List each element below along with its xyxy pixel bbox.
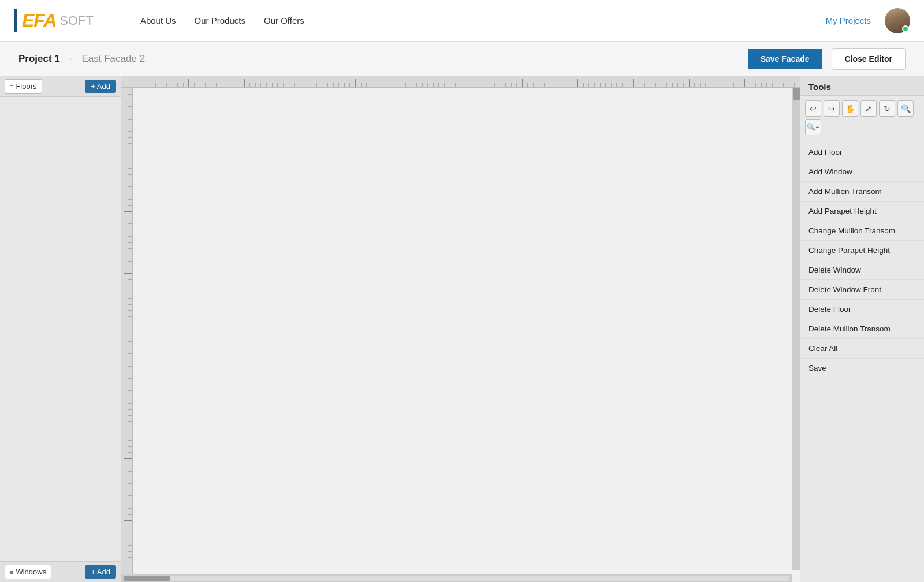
tool-item-change-mullion-transom[interactable]: Change Mullion Transom (800, 221, 924, 241)
tool-item-delete-window[interactable]: Delete Window (800, 260, 924, 280)
floors-tab-bar: ≡ Floors + Add (0, 76, 121, 97)
rotate-icon[interactable]: ↻ (879, 100, 895, 117)
tool-item-save[interactable]: Save (800, 359, 924, 378)
ruler-marks-left (121, 88, 132, 582)
zoom-out-icon[interactable]: 🔍− (805, 119, 821, 135)
redo-icon[interactable]: ↪ (824, 100, 840, 117)
project-name: Project 1 (18, 53, 60, 65)
vertical-scrollbar[interactable] (792, 76, 800, 570)
online-status-dot (902, 25, 909, 32)
tool-item-change-parapet-height[interactable]: Change Parapet Height (800, 241, 924, 260)
tool-item-delete-floor[interactable]: Delete Floor (800, 300, 924, 319)
close-editor-button[interactable]: Close Editor (832, 48, 906, 70)
tool-item-add-mullion-transom[interactable]: Add Mullion Transom (800, 182, 924, 202)
tool-item-delete-window-front[interactable]: Delete Window Front (800, 280, 924, 300)
floors-label: Floors (16, 82, 36, 91)
undo-icon[interactable]: ↩ (805, 100, 821, 117)
nav-links: About Us Our Products Our Offers (140, 16, 826, 25)
logo-bar (14, 9, 17, 32)
subheader: Project 1 - East Facade 2 Save Facade Cl… (0, 42, 924, 76)
ruler-top (121, 76, 800, 88)
windows-add-button[interactable]: + Add (85, 565, 116, 579)
tool-item-delete-mullion-transom[interactable]: Delete Mullion Transom (800, 319, 924, 339)
floors-content (0, 97, 121, 561)
hand-icon[interactable]: ✋ (842, 100, 858, 117)
windows-label: Windows (16, 568, 46, 576)
left-panel: ≡ Floors + Add ≡ Windows + Add (0, 76, 121, 582)
nav-our-products[interactable]: Our Products (195, 16, 245, 25)
save-facade-button[interactable]: Save Facade (748, 48, 822, 69)
windows-tab[interactable]: ≡ Windows (5, 565, 51, 579)
horizontal-scrollbar[interactable] (121, 574, 792, 582)
horizontal-scrollbar-track[interactable] (124, 576, 789, 581)
tools-toolbar: ↩ ↪ ✋ ⤢ ↻ 🔍 🔍− (800, 96, 924, 140)
tool-item-add-parapet-height[interactable]: Add Parapet Height (800, 202, 924, 221)
header: EFA SOFT About Us Our Products Our Offer… (0, 0, 924, 42)
zoom-in-icon[interactable]: 🔍 (897, 100, 914, 117)
horizontal-scrollbar-thumb[interactable] (124, 576, 170, 581)
tool-item-add-floor[interactable]: Add Floor (800, 143, 924, 162)
nav-our-offers[interactable]: Our Offers (264, 16, 304, 25)
canvas-scroll-container[interactable] (121, 76, 800, 582)
ruler-left (121, 88, 133, 582)
header-right: My Projects (826, 8, 910, 33)
floors-add-button[interactable]: + Add (85, 80, 116, 93)
nav-about-us[interactable]: About Us (140, 16, 176, 25)
facade-name: East Facade 2 (81, 53, 145, 65)
header-divider (126, 12, 126, 30)
my-projects-link[interactable]: My Projects (826, 16, 871, 25)
tools-header: Tools (800, 76, 924, 96)
logo-area: EFA SOFT (14, 9, 94, 32)
logo-efa: EFA (22, 10, 56, 31)
tools-panel: Tools ↩ ↪ ✋ ⤢ ↻ 🔍 🔍− Add FloorAdd Window… (800, 76, 924, 582)
tools-list: Add FloorAdd WindowAdd Mullion TransomAd… (800, 140, 924, 582)
floors-icon: ≡ (10, 83, 13, 90)
separator: - (69, 53, 73, 65)
avatar[interactable] (885, 8, 910, 33)
ruler-marks-top (133, 76, 800, 87)
canvas-area (121, 76, 800, 582)
main-area: ≡ Floors + Add ≡ Windows + Add (0, 76, 924, 582)
canvas-drawing[interactable] (133, 88, 800, 582)
floors-tab[interactable]: ≡ Floors (5, 79, 42, 94)
windows-icon: ≡ (10, 569, 13, 576)
move-icon[interactable]: ⤢ (860, 100, 877, 117)
tool-item-clear-all[interactable]: Clear All (800, 339, 924, 359)
windows-tab-bar: ≡ Windows + Add (0, 561, 121, 582)
logo-soft: SOFT (59, 13, 94, 28)
tool-item-add-window[interactable]: Add Window (800, 162, 924, 182)
